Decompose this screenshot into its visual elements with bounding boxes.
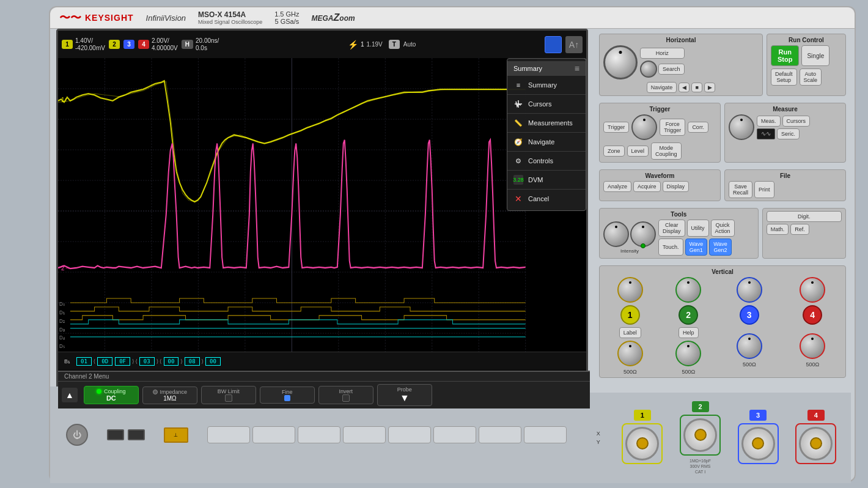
ch3-vertical-col: 3 500Ω [734, 277, 765, 375]
impedance-button[interactable]: Impedance 1MΩ [142, 386, 197, 404]
menu-item-controls-label: Controls [528, 157, 553, 165]
ch4-vertical-col: 4 500Ω [797, 277, 828, 375]
ch1-scale-knob[interactable] [617, 277, 643, 303]
ch2-vertical-col: 2 Help 500Ω [675, 277, 701, 375]
utility-btn[interactable]: Utility [687, 220, 709, 237]
menu-item-summary[interactable]: ≡ Summary [507, 76, 586, 95]
ch2-badge[interactable]: 2 [109, 40, 120, 49]
ch2-pos-knob[interactable] [675, 341, 701, 366]
probe-button[interactable]: Probe ▼ [377, 384, 432, 406]
meas-btn[interactable]: Meas. [757, 116, 781, 127]
bw-limit-button[interactable]: BW Limit [201, 386, 256, 404]
ch1-badge[interactable]: 1 [62, 40, 73, 49]
wave-gen1-btn[interactable]: WaveGen1 [685, 238, 708, 256]
menu-scroll-up[interactable]: ▲ [62, 388, 78, 402]
ch1-number-btn[interactable]: 1 [620, 305, 640, 325]
softkey-5[interactable] [388, 426, 431, 443]
usb-port-2[interactable] [128, 429, 145, 440]
softkey-2[interactable] [252, 426, 295, 443]
trigger-level-knob[interactable] [631, 114, 657, 140]
nav-stop-btn[interactable]: ■ [691, 83, 702, 92]
mode-coupling-btn[interactable]: ModeCoupling [651, 142, 682, 160]
h-badge[interactable]: H [182, 40, 193, 49]
ch1-connector-badge: 1 [634, 410, 651, 421]
analyze-btn[interactable]: Analyze [603, 181, 631, 192]
softkey-1[interactable] [207, 426, 250, 443]
menu-item-navigate[interactable]: 🧭 Navigate [507, 133, 586, 152]
t-badge[interactable]: T [389, 40, 400, 49]
auto-scale-btn[interactable]: AutoScale [800, 68, 822, 86]
usb-port-1[interactable] [107, 429, 124, 440]
menu-item-cursors[interactable]: Cursors [507, 95, 586, 114]
ch1-label-btn[interactable]: Label [619, 327, 641, 338]
single-btn[interactable]: Single [801, 45, 829, 66]
run-stop-btn[interactable]: RunStop [771, 45, 799, 66]
ch2-menu-buttons: ▲ Coupling DC Impedance 1MΩ [58, 382, 590, 409]
ch3-pos-knob[interactable] [737, 333, 762, 359]
probe-comp-connector[interactable]: ⊥ [164, 427, 188, 443]
ch4-number-btn[interactable]: 4 [803, 305, 822, 325]
math-btn[interactable]: Math. [767, 224, 789, 235]
ch2-bnc[interactable] [683, 418, 717, 452]
active-channel-indicator[interactable] [545, 36, 562, 53]
menu-icon: ≡ [575, 64, 579, 73]
level-btn[interactable]: Level [627, 146, 649, 157]
power-button[interactable]: ⏻ [66, 424, 88, 446]
trigger-value: 1.19V [367, 41, 383, 48]
display-btn[interactable]: Display [663, 181, 690, 192]
measure-knob[interactable] [729, 114, 754, 140]
softkey-8[interactable] [524, 426, 567, 443]
corr-btn[interactable]: Corr. [688, 122, 708, 133]
ch3-scale-knob[interactable] [737, 277, 762, 303]
ch2-scale-knob[interactable] [675, 277, 701, 303]
auto-indicator[interactable]: A↑ [565, 36, 583, 53]
trigger-btn[interactable]: Trigger [603, 122, 629, 133]
acquire-btn[interactable]: Acquire [633, 181, 661, 192]
save-recall-btn[interactable]: SaveRecall [729, 181, 752, 198]
clear-display-btn[interactable]: ClearDisplay [658, 220, 685, 237]
force-trigger-btn[interactable]: ForceTrigger [660, 119, 685, 136]
ch4-badge[interactable]: 4 [138, 40, 149, 49]
ch4-bnc[interactable] [799, 427, 833, 460]
quick-action-btn[interactable]: QuickAction [711, 220, 735, 237]
seric-btn[interactable]: Seric. [777, 128, 800, 139]
softkey-4[interactable] [343, 426, 386, 443]
softkey-6[interactable] [433, 426, 476, 443]
print-btn[interactable]: Print [754, 181, 774, 198]
fine-button[interactable]: Fine [260, 386, 315, 404]
horizontal-title: Horizontal [603, 37, 759, 43]
horizontal-knob[interactable] [603, 45, 638, 79]
invert-button[interactable]: Invert [318, 386, 373, 404]
ch4-pos-knob[interactable] [800, 333, 825, 359]
ch1-pos-knob[interactable] [617, 341, 643, 366]
ch1-bnc[interactable] [625, 427, 659, 460]
display-knob[interactable] [603, 221, 629, 247]
ch3-bnc[interactable] [741, 427, 775, 460]
nav-left-btn[interactable]: ◀ [679, 83, 690, 92]
navigate-btn[interactable]: Navigate [647, 82, 677, 93]
search-btn[interactable]: Search [658, 64, 685, 75]
wave-gen2-btn[interactable]: WaveGen2 [709, 238, 732, 256]
menu-item-cancel[interactable]: ✕ Cancel [507, 190, 586, 208]
menu-item-dvm[interactable]: 3.28 DVM [507, 171, 586, 190]
ch3-number-btn[interactable]: 3 [740, 305, 759, 325]
horiz-btn[interactable]: Horiz [640, 48, 685, 59]
ch2-help-btn[interactable]: Help [679, 327, 699, 338]
ch2-number-btn[interactable]: 2 [679, 305, 698, 325]
ch4-scale-knob[interactable] [800, 277, 825, 303]
ch3-badge[interactable]: 3 [123, 40, 134, 49]
menu-item-measurements[interactable]: 📏 Measurements [507, 114, 586, 133]
cursors-btn[interactable]: Cursors [782, 116, 811, 127]
menu-item-controls[interactable]: ⚙ Controls [507, 152, 586, 171]
coupling-button[interactable]: Coupling DC [84, 386, 139, 404]
ref-btn[interactable]: Ref. [790, 224, 809, 235]
softkey-3[interactable] [298, 426, 340, 443]
nav-right-btn[interactable]: ▶ [704, 83, 715, 92]
search-knob[interactable] [640, 61, 657, 78]
touch-btn[interactable]: Touch. [658, 238, 683, 256]
softkey-7[interactable] [479, 426, 521, 443]
tools-content: Intensity ClearDisplay Utility QuickActi… [603, 220, 754, 256]
digit-btn[interactable]: Digit. [767, 211, 842, 222]
default-setup-btn[interactable]: DefaultSetup [771, 68, 797, 86]
zone-btn[interactable]: Zone [603, 146, 625, 157]
